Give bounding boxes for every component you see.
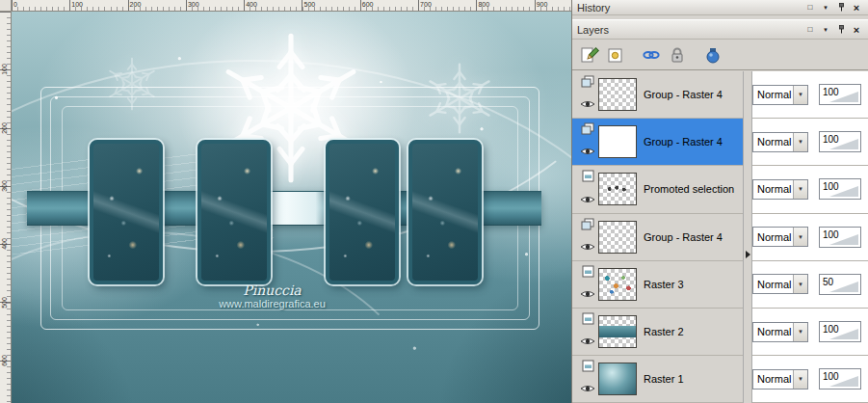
menu-dropdown-button[interactable]: ▼ bbox=[819, 1, 832, 13]
layer-name[interactable]: Raster 1 bbox=[637, 356, 743, 402]
layer-row[interactable]: Raster 1 Normal ▼ 100 bbox=[572, 356, 868, 403]
blend-mode-select[interactable]: Normal ▼ bbox=[752, 227, 808, 247]
blend-mode-select[interactable]: Normal ▼ bbox=[752, 274, 808, 294]
panel-splitter[interactable] bbox=[743, 71, 752, 403]
canvas-image[interactable]: Pinuccia www.maldiregrafica.eu bbox=[12, 12, 571, 403]
chevron-down-icon[interactable]: ▼ bbox=[793, 228, 807, 246]
opacity-value: 100 bbox=[823, 371, 839, 382]
chevron-down-icon[interactable]: ▼ bbox=[793, 133, 807, 151]
new-layer-button[interactable] bbox=[604, 43, 627, 67]
layer-thumbnail[interactable] bbox=[598, 221, 637, 254]
restore-button[interactable]: □ bbox=[803, 23, 817, 36]
restore-button[interactable]: □ bbox=[803, 1, 817, 13]
layer-row[interactable]: Promoted selection Normal ▼ 100 bbox=[572, 166, 868, 213]
layer-name[interactable]: Group - Raster 4 bbox=[637, 71, 743, 118]
layer-row-left[interactable]: Promoted selection bbox=[572, 166, 743, 212]
layer-page-icon bbox=[581, 360, 595, 372]
layer-row-left[interactable]: Raster 3 bbox=[572, 261, 743, 308]
layers-panel-header[interactable]: Layers □ ▼ × bbox=[572, 19, 868, 40]
blend-mode-select[interactable]: Normal ▼ bbox=[752, 179, 808, 200]
link-icon bbox=[642, 45, 661, 65]
opacity-control[interactable]: 100 bbox=[819, 84, 861, 105]
layer-row-right: Normal ▼ 100 bbox=[752, 356, 868, 402]
layer-type-icon bbox=[581, 170, 595, 182]
visibility-eye-icon[interactable] bbox=[580, 380, 595, 397]
layer-row[interactable]: Group - Raster 4 Normal ▼ 100 bbox=[572, 214, 868, 261]
layer-name[interactable]: Group - Raster 4 bbox=[637, 119, 743, 165]
chevron-down-icon[interactable]: ▼ bbox=[793, 370, 807, 389]
layer-type-icon bbox=[581, 312, 595, 325]
blend-mode-select[interactable]: Normal ▼ bbox=[752, 369, 808, 390]
lock-transparency-button[interactable] bbox=[666, 43, 689, 67]
ruler-label: 700 bbox=[420, 1, 432, 9]
layer-type-icon bbox=[581, 218, 595, 230]
layer-row-left[interactable]: Raster 2 bbox=[572, 309, 743, 355]
restore-icon: □ bbox=[808, 3, 813, 12]
visibility-eye-icon[interactable] bbox=[580, 95, 595, 113]
blend-mode-value: Normal bbox=[753, 183, 793, 195]
layer-row-right: Normal ▼ 100 bbox=[752, 214, 868, 260]
chevron-down-icon[interactable]: ▼ bbox=[793, 275, 807, 293]
visibility-eye-icon[interactable] bbox=[580, 238, 595, 255]
layer-row-right: Normal ▼ 100 bbox=[752, 71, 868, 118]
layer-row-left[interactable]: Group - Raster 4 bbox=[572, 119, 743, 165]
menu-dropdown-button[interactable]: ▼ bbox=[819, 23, 832, 36]
layer-thumbnail[interactable] bbox=[598, 268, 637, 301]
layer-icon-column bbox=[577, 309, 598, 355]
visibility-eye-icon[interactable] bbox=[580, 333, 595, 350]
chevron-down-icon[interactable]: ▼ bbox=[793, 86, 807, 104]
layer-name[interactable]: Group - Raster 4 bbox=[637, 214, 743, 260]
opacity-ramp-icon bbox=[829, 282, 858, 292]
layer-row[interactable]: Group - Raster 4 Normal ▼ 100 bbox=[572, 119, 868, 166]
layer-row-left[interactable]: Raster 1 bbox=[572, 356, 743, 402]
chevron-down-icon[interactable]: ▼ bbox=[793, 323, 807, 341]
pin-button[interactable] bbox=[834, 1, 848, 13]
blend-mode-select[interactable]: Normal ▼ bbox=[752, 132, 808, 152]
opacity-control[interactable]: 100 bbox=[819, 131, 861, 152]
layer-row[interactable]: Raster 3 Normal ▼ 50 bbox=[572, 261, 868, 309]
layer-row-left[interactable]: Group - Raster 4 bbox=[572, 71, 743, 118]
layer-row[interactable]: Raster 2 Normal ▼ 100 bbox=[572, 309, 868, 356]
layer-thumbnail[interactable] bbox=[598, 173, 637, 205]
paint-bucket-button[interactable] bbox=[701, 43, 724, 67]
visibility-eye-icon[interactable] bbox=[580, 285, 595, 303]
opacity-control[interactable]: 50 bbox=[819, 274, 861, 295]
watermark-name: Pinuccia bbox=[12, 282, 533, 298]
opacity-control[interactable]: 100 bbox=[819, 321, 861, 342]
layer-row-left[interactable]: Group - Raster 4 bbox=[572, 214, 743, 260]
blend-mode-value: Normal bbox=[753, 279, 793, 290]
blend-mode-select[interactable]: Normal ▼ bbox=[752, 322, 808, 342]
visibility-eye-icon[interactable] bbox=[580, 143, 595, 160]
layer-name[interactable]: Raster 3 bbox=[637, 261, 743, 308]
ruler-label: 500 bbox=[1, 297, 9, 309]
opacity-control[interactable]: 100 bbox=[819, 368, 861, 390]
opacity-control[interactable]: 100 bbox=[819, 227, 861, 248]
edit-layer-button[interactable] bbox=[578, 43, 601, 67]
layer-name[interactable]: Promoted selection bbox=[637, 166, 743, 212]
layers-controls: □ ▼ × bbox=[803, 23, 863, 36]
history-panel-header[interactable]: History □ ▼ × bbox=[572, 0, 868, 15]
layer-page-icon bbox=[581, 265, 595, 278]
visibility-eye-icon[interactable] bbox=[580, 191, 595, 208]
link-layers-button[interactable] bbox=[640, 43, 663, 67]
close-button[interactable]: × bbox=[850, 23, 863, 36]
pin-button[interactable] bbox=[834, 23, 848, 36]
chevron-down-icon[interactable]: ▼ bbox=[793, 180, 807, 199]
group-pages-icon bbox=[581, 122, 595, 135]
layer-thumbnail[interactable] bbox=[598, 78, 637, 111]
blend-mode-select[interactable]: Normal ▼ bbox=[752, 85, 808, 105]
close-button[interactable]: × bbox=[850, 1, 863, 13]
layer-thumbnail[interactable] bbox=[598, 363, 637, 395]
history-controls: □ ▼ × bbox=[803, 1, 863, 13]
layer-name[interactable]: Raster 2 bbox=[637, 309, 743, 355]
opacity-value: 100 bbox=[823, 87, 839, 97]
layer-row[interactable]: Group - Raster 4 Normal ▼ 100 bbox=[572, 71, 868, 119]
layer-icon-column bbox=[577, 71, 598, 118]
layer-page-icon bbox=[581, 312, 595, 325]
opacity-control[interactable]: 100 bbox=[819, 178, 861, 200]
layer-page-icon bbox=[581, 170, 595, 182]
opacity-value: 50 bbox=[823, 277, 833, 287]
layer-thumbnail[interactable] bbox=[598, 315, 637, 348]
photo-frame bbox=[326, 140, 399, 284]
layer-thumbnail[interactable] bbox=[598, 125, 637, 158]
